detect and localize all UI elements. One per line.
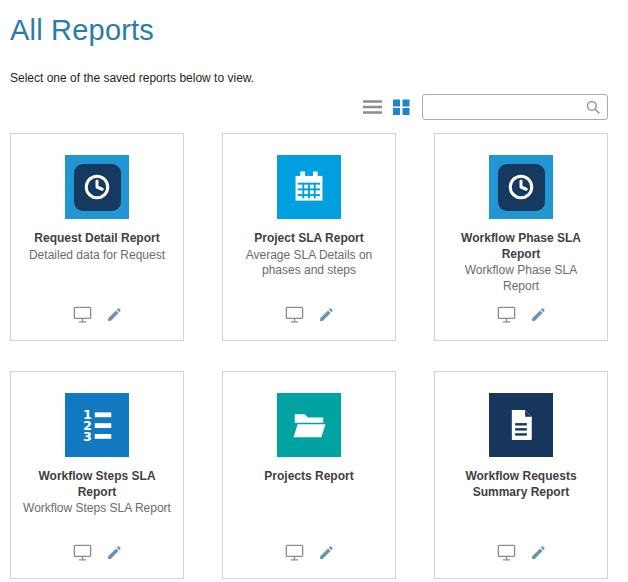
edit-report-button[interactable] (530, 544, 547, 561)
card-actions (496, 304, 547, 325)
list-view-button[interactable] (363, 99, 382, 115)
report-title: Projects Report (264, 469, 353, 485)
pencil-icon (318, 306, 335, 323)
report-tile (489, 155, 553, 219)
grid-view-icon (393, 99, 411, 115)
report-subtitle: Workflow Steps SLA Report (23, 501, 171, 517)
view-report-button[interactable] (496, 542, 517, 563)
card-actions (72, 542, 123, 563)
card-actions (284, 304, 335, 325)
report-card-workflow-requests-summary[interactable]: Workflow Requests Summary Report (434, 371, 608, 579)
view-report-button[interactable] (72, 304, 93, 325)
monitor-icon (496, 304, 517, 325)
search-box (422, 94, 608, 120)
monitor-icon (496, 542, 517, 563)
clock-icon (498, 164, 545, 211)
report-card-workflow-steps-sla[interactable]: Workflow Steps SLA Report Workflow Steps… (10, 371, 184, 579)
search-icon[interactable] (584, 98, 602, 116)
report-card-projects[interactable]: Projects Report (222, 371, 396, 579)
card-actions (496, 542, 547, 563)
calendar-icon (277, 155, 341, 219)
all-reports-page: All Reports Select one of the saved repo… (0, 0, 628, 579)
document-icon (489, 393, 553, 457)
report-title: Workflow Phase SLA Report (447, 231, 595, 262)
monitor-icon (284, 542, 305, 563)
card-actions (72, 304, 123, 325)
pencil-icon (530, 544, 547, 561)
view-report-button[interactable] (496, 304, 517, 325)
report-title: Project SLA Report (254, 231, 364, 247)
view-report-button[interactable] (284, 304, 305, 325)
report-title: Workflow Requests Summary Report (447, 469, 595, 500)
pencil-icon (530, 306, 547, 323)
search-input[interactable] (431, 95, 584, 119)
edit-report-button[interactable] (106, 544, 123, 561)
report-card-grid: Request Detail Report Detailed data for … (10, 133, 608, 579)
numbered-list-icon (65, 393, 129, 457)
report-card-workflow-phase-sla[interactable]: Workflow Phase SLA Report Workflow Phase… (434, 133, 608, 341)
monitor-icon (284, 304, 305, 325)
open-folder-icon (277, 393, 341, 457)
edit-report-button[interactable] (318, 544, 335, 561)
grid-view-button[interactable] (393, 99, 411, 115)
pencil-icon (106, 306, 123, 323)
report-tile (65, 155, 129, 219)
clock-icon (74, 164, 121, 211)
monitor-icon (72, 304, 93, 325)
report-subtitle: Workflow Phase SLA Report (447, 263, 595, 294)
report-subtitle: Average SLA Details on phases and steps (235, 248, 383, 279)
edit-report-button[interactable] (530, 306, 547, 323)
monitor-icon (72, 542, 93, 563)
pencil-icon (106, 544, 123, 561)
report-title: Request Detail Report (34, 231, 159, 247)
report-card-request-detail[interactable]: Request Detail Report Detailed data for … (10, 133, 184, 341)
list-view-icon (363, 99, 382, 115)
report-card-project-sla[interactable]: Project SLA Report Average SLA Details o… (222, 133, 396, 341)
page-title: All Reports (10, 14, 608, 47)
report-subtitle: Detailed data for Request (29, 248, 165, 264)
toolbar (10, 93, 608, 120)
view-report-button[interactable] (72, 542, 93, 563)
card-actions (284, 542, 335, 563)
intro-text: Select one of the saved reports below to… (10, 71, 608, 85)
report-title: Workflow Steps SLA Report (23, 469, 171, 500)
view-report-button[interactable] (284, 542, 305, 563)
pencil-icon (318, 544, 335, 561)
edit-report-button[interactable] (106, 306, 123, 323)
edit-report-button[interactable] (318, 306, 335, 323)
